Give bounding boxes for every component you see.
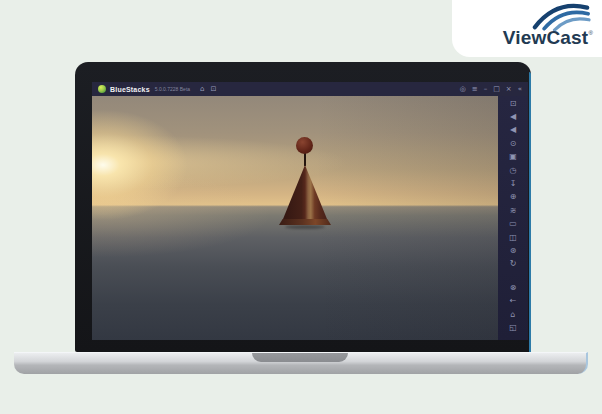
multitask-icon[interactable]: ⊡ xyxy=(211,86,217,93)
laptop-base xyxy=(14,352,588,374)
window-content: ⊡◀◀⊙▣◷↧⊕≋▭◫⊛↻⊗←⌂◱ xyxy=(92,96,528,340)
globe-icon[interactable]: ⊛ xyxy=(498,244,528,257)
shake-icon[interactable]: ≋ xyxy=(498,204,528,217)
screen-record-icon[interactable]: ↻ xyxy=(498,258,528,271)
minimize-icon[interactable]: – xyxy=(484,86,488,93)
recent-apps-icon[interactable]: ◱ xyxy=(498,321,528,334)
fullscreen-icon[interactable]: ⊡ xyxy=(498,97,528,110)
app-version: 5.0.0.7228 Beta xyxy=(155,86,190,92)
boost-icon[interactable]: ◎ xyxy=(460,86,466,93)
camera-icon[interactable]: ▣ xyxy=(498,151,528,164)
brand-text: ViewCast xyxy=(503,27,589,48)
menu-icon[interactable]: ≡ xyxy=(472,86,478,93)
close-all-icon[interactable]: ⊗ xyxy=(498,281,528,294)
buoy-shadow xyxy=(285,225,325,229)
buoy xyxy=(279,137,331,229)
volume-down-icon[interactable]: ◀ xyxy=(498,124,528,137)
clock-icon[interactable]: ◷ xyxy=(498,164,528,177)
media-folder-icon[interactable]: ▭ xyxy=(498,218,528,231)
brand-name: ViewCast® xyxy=(503,27,593,49)
android-home-icon[interactable]: ⌂ xyxy=(498,308,528,321)
home-icon[interactable]: ⌂ xyxy=(200,86,204,93)
game-viewport[interactable] xyxy=(92,96,498,340)
bluestacks-window: BlueStacks 5.0.0.7228 Beta ⌂⊡ ◎≡–□×« xyxy=(92,82,528,340)
maximize-icon[interactable]: □ xyxy=(493,86,500,93)
close-icon[interactable]: × xyxy=(506,86,512,93)
volume-up-icon[interactable]: ◀ xyxy=(498,110,528,123)
sidebar-tools: ⊡◀◀⊙▣◷↧⊕≋▭◫⊛↻⊗←⌂◱ xyxy=(498,96,528,340)
titlebar-shortcuts: ⌂⊡ xyxy=(200,86,216,93)
viewcast-logo-panel: ViewCast® xyxy=(452,0,602,57)
bluestacks-logo-icon xyxy=(98,85,106,93)
back-icon[interactable]: ← xyxy=(498,294,528,307)
install-apk-icon[interactable]: ↧ xyxy=(498,177,528,190)
buoy-pole xyxy=(304,153,306,166)
collapse-sidebar-icon[interactable]: « xyxy=(518,86,522,93)
buoy-cone xyxy=(283,165,327,219)
buoy-topmark-sphere xyxy=(296,137,313,154)
titlebar[interactable]: BlueStacks 5.0.0.7228 Beta ⌂⊡ ◎≡–□×« xyxy=(92,82,528,96)
laptop-notch xyxy=(252,353,348,362)
multi-instance-icon[interactable]: ◫ xyxy=(498,231,528,244)
screen-edge-highlight xyxy=(529,72,531,352)
registered-mark: ® xyxy=(588,30,593,36)
titlebar-controls: ◎≡–□×« xyxy=(460,86,522,93)
app-name: BlueStacks xyxy=(110,86,150,93)
game-controls-icon[interactable]: ⊕ xyxy=(498,191,528,204)
page-background: BlueStacks 5.0.0.7228 Beta ⌂⊡ ◎≡–□×« xyxy=(0,0,602,414)
screenshot-icon[interactable]: ⊙ xyxy=(498,137,528,150)
laptop-bezel: BlueStacks 5.0.0.7228 Beta ⌂⊡ ◎≡–□×« xyxy=(75,62,531,352)
buoy-base xyxy=(279,219,331,225)
